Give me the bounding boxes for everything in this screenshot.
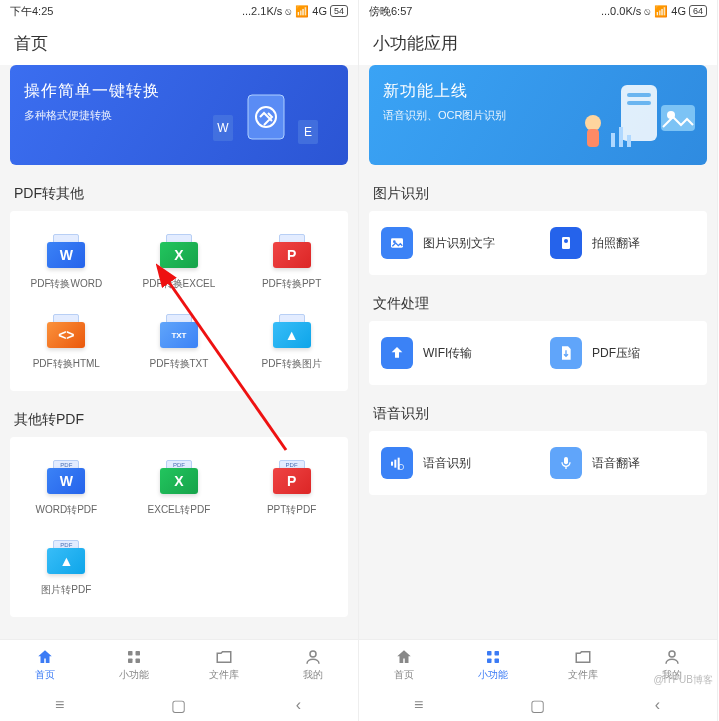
svg-rect-21 bbox=[627, 135, 631, 147]
content-left: 操作简单一键转换 多种格式便捷转换 W E PDF转其他 W PDF转换WORD… bbox=[0, 65, 358, 639]
grid-item[interactable]: ▲ PDF转换图片 bbox=[235, 301, 348, 381]
list-item-label: 语音识别 bbox=[423, 455, 471, 472]
svg-rect-9 bbox=[136, 659, 141, 664]
status-bar: 下午4:25 ...2.1K/s ⍉ 📶 4G 54 bbox=[0, 0, 358, 22]
grid-item-label: PDF转换图片 bbox=[262, 357, 322, 371]
nav-item[interactable]: 首页 bbox=[359, 640, 449, 689]
back-icon[interactable]: ‹ bbox=[648, 696, 666, 714]
home-icon[interactable]: ▢ bbox=[170, 696, 188, 714]
signal-icon: 📶 bbox=[295, 5, 309, 18]
list-item[interactable]: 语音识别 bbox=[369, 437, 538, 489]
grid-item-label: PDF转换TXT bbox=[150, 357, 209, 371]
list-item-label: 图片识别文字 bbox=[423, 235, 495, 252]
svg-rect-33 bbox=[487, 659, 492, 664]
list-item[interactable]: WIFI传输 bbox=[369, 327, 538, 379]
bottom-nav: 首页 小功能 文件库 我的 bbox=[0, 639, 358, 689]
menu-icon[interactable]: ≡ bbox=[410, 696, 428, 714]
status-signal: 4G bbox=[671, 5, 686, 17]
grid-item-label: EXCEL转PDF bbox=[148, 503, 211, 517]
file-icon: PDF ▲ bbox=[46, 537, 86, 577]
file-icon: P bbox=[272, 231, 312, 271]
file-icon: PDF P bbox=[272, 457, 312, 497]
file-icon: X bbox=[159, 231, 199, 271]
grid-item[interactable]: TXT PDF转换TXT bbox=[123, 301, 236, 381]
svg-rect-16 bbox=[587, 129, 599, 147]
grid-item[interactable]: PDF X EXCEL转PDF bbox=[123, 447, 236, 527]
screen-right: 傍晚6:57 ...0.0K/s ⍉ 📶 4G 64 小功能应用 新功能上线 语… bbox=[359, 0, 718, 721]
file-icon: PDF X bbox=[159, 457, 199, 497]
signal-icon: 📶 bbox=[654, 5, 668, 18]
grid-item[interactable]: PDF P PPT转PDF bbox=[235, 447, 348, 527]
grid-item-label: 图片转PDF bbox=[41, 583, 91, 597]
grid-to-pdf: PDF W WORD转PDF PDF X EXCEL转PDF PDF P PPT… bbox=[10, 437, 348, 617]
svg-rect-8 bbox=[128, 659, 133, 664]
nav-icon bbox=[662, 647, 682, 667]
section-title: 语音识别 bbox=[359, 395, 717, 431]
grid-item-label: PDF转换PPT bbox=[262, 277, 321, 291]
back-icon[interactable]: ‹ bbox=[289, 696, 307, 714]
svg-point-35 bbox=[669, 651, 675, 657]
page-title: 小功能应用 bbox=[359, 22, 717, 65]
nav-item[interactable]: 小功能 bbox=[449, 640, 539, 689]
svg-rect-6 bbox=[128, 651, 133, 656]
nav-label: 首页 bbox=[394, 668, 414, 682]
banner[interactable]: 新功能上线 语音识别、OCR图片识别 bbox=[369, 65, 707, 165]
status-right: ...0.0K/s ⍉ 📶 4G 64 bbox=[601, 5, 707, 18]
list-item-label: 语音翻译 bbox=[592, 455, 640, 472]
svg-point-10 bbox=[310, 651, 316, 657]
status-bar: 傍晚6:57 ...0.0K/s ⍉ 📶 4G 64 bbox=[359, 0, 717, 22]
list-item[interactable]: 拍照翻译 bbox=[538, 217, 707, 269]
grid-item[interactable]: W PDF转换WORD bbox=[10, 221, 123, 301]
nav-icon bbox=[303, 647, 323, 667]
list-item[interactable]: PDF压缩 bbox=[538, 327, 707, 379]
svg-rect-17 bbox=[661, 105, 695, 131]
list-section: 图片识别文字 拍照翻译 bbox=[369, 211, 707, 275]
grid-item[interactable]: P PDF转换PPT bbox=[235, 221, 348, 301]
svg-text:E: E bbox=[304, 125, 312, 139]
home-icon[interactable]: ▢ bbox=[529, 696, 547, 714]
menu-icon[interactable]: ≡ bbox=[51, 696, 69, 714]
grid-item[interactable]: X PDF转换EXCEL bbox=[123, 221, 236, 301]
svg-text:W: W bbox=[217, 121, 229, 135]
content-right: 新功能上线 语音识别、OCR图片识别 图片识别 bbox=[359, 65, 717, 639]
nav-item[interactable]: 我的 bbox=[269, 640, 359, 689]
grid-item-label: PDF转换WORD bbox=[30, 277, 102, 291]
banner[interactable]: 操作简单一键转换 多种格式便捷转换 W E bbox=[10, 65, 348, 165]
grid-item-label: PDF转换HTML bbox=[33, 357, 100, 371]
feature-icon bbox=[381, 227, 413, 259]
status-battery: 54 bbox=[330, 5, 348, 17]
no-sound-icon: ⍉ bbox=[285, 5, 292, 17]
nav-icon bbox=[214, 647, 234, 667]
system-nav: ≡ ▢ ‹ bbox=[0, 689, 358, 721]
list-item-label: PDF压缩 bbox=[592, 345, 640, 362]
nav-label: 小功能 bbox=[119, 668, 149, 682]
nav-icon bbox=[483, 647, 503, 667]
grid-item[interactable]: PDF W WORD转PDF bbox=[10, 447, 123, 527]
screen-left: 下午4:25 ...2.1K/s ⍉ 📶 4G 54 首页 操作简单一键转换 多… bbox=[0, 0, 359, 721]
status-time: 傍晚6:57 bbox=[369, 4, 412, 19]
section-title: 图片识别 bbox=[359, 175, 717, 211]
svg-rect-31 bbox=[487, 651, 492, 656]
svg-rect-26 bbox=[391, 462, 393, 466]
nav-item[interactable]: 文件库 bbox=[538, 640, 628, 689]
list-item[interactable]: 语音翻译 bbox=[538, 437, 707, 489]
list-item[interactable]: 图片识别文字 bbox=[369, 217, 538, 269]
nav-item[interactable]: 文件库 bbox=[179, 640, 269, 689]
file-icon: ▲ bbox=[272, 311, 312, 351]
nav-item[interactable]: 小功能 bbox=[90, 640, 180, 689]
grid-item[interactable]: PDF ▲ 图片转PDF bbox=[10, 527, 123, 607]
banner-decoration: W E bbox=[208, 85, 328, 155]
svg-point-25 bbox=[564, 239, 568, 243]
file-icon: PDF W bbox=[46, 457, 86, 497]
banner-decoration bbox=[551, 77, 701, 157]
nav-label: 我的 bbox=[303, 668, 323, 682]
svg-rect-14 bbox=[627, 101, 651, 105]
status-time: 下午4:25 bbox=[10, 4, 53, 19]
svg-point-15 bbox=[585, 115, 601, 131]
section-title-to-pdf: 其他转PDF bbox=[0, 401, 358, 437]
nav-item[interactable]: 首页 bbox=[0, 640, 90, 689]
list-section: 语音识别 语音翻译 bbox=[369, 431, 707, 495]
nav-icon bbox=[394, 647, 414, 667]
section-title-pdf-to: PDF转其他 bbox=[0, 175, 358, 211]
grid-item[interactable]: <> PDF转换HTML bbox=[10, 301, 123, 381]
